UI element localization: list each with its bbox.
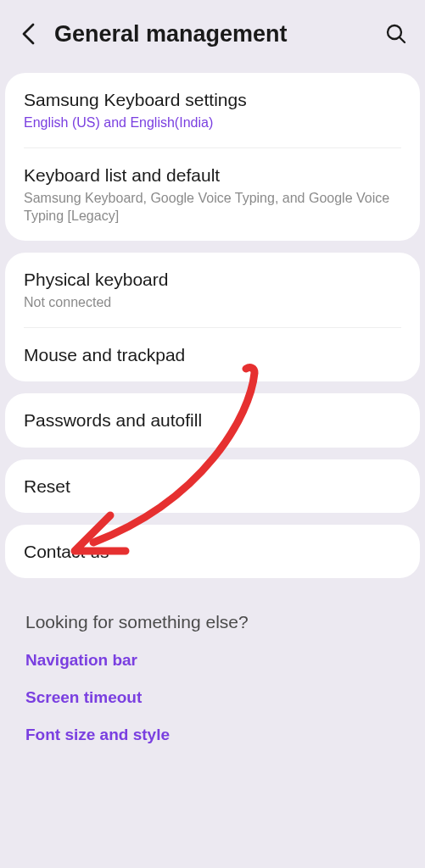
search-icon xyxy=(385,23,407,45)
settings-group-reset: Reset xyxy=(5,459,420,513)
link-navigation-bar[interactable]: Navigation bar xyxy=(25,651,400,670)
link-font-size-style[interactable]: Font size and style xyxy=(25,726,400,744)
settings-group-keyboard: Samsung Keyboard settings English (US) a… xyxy=(5,73,420,241)
item-subtitle: Samsung Keyboard, Google Voice Typing, a… xyxy=(24,190,401,225)
svg-line-1 xyxy=(400,37,405,42)
item-contact-us[interactable]: Contact us xyxy=(5,525,420,578)
item-title: Passwords and autofill xyxy=(24,409,401,431)
item-title: Reset xyxy=(24,475,401,498)
header: General management xyxy=(0,0,425,61)
settings-group-passwords: Passwords and autofill xyxy=(5,393,420,447)
item-subtitle: Not connected xyxy=(24,294,401,312)
item-subtitle: English (US) and English(India) xyxy=(24,114,401,132)
item-keyboard-list-default[interactable]: Keyboard list and default Samsung Keyboa… xyxy=(5,148,420,241)
settings-group-contact: Contact us xyxy=(5,525,420,578)
settings-group-input-devices: Physical keyboard Not connected Mouse an… xyxy=(5,253,420,381)
link-screen-timeout[interactable]: Screen timeout xyxy=(25,688,400,707)
item-title: Mouse and trackpad xyxy=(24,343,401,366)
item-title: Physical keyboard xyxy=(24,268,401,291)
back-button[interactable] xyxy=(15,20,42,47)
back-icon xyxy=(21,23,36,45)
item-mouse-trackpad[interactable]: Mouse and trackpad xyxy=(5,328,420,381)
item-title: Samsung Keyboard settings xyxy=(24,88,401,111)
search-button[interactable] xyxy=(383,20,410,47)
item-reset[interactable]: Reset xyxy=(5,459,420,513)
item-samsung-keyboard-settings[interactable]: Samsung Keyboard settings English (US) a… xyxy=(5,73,420,147)
item-physical-keyboard[interactable]: Physical keyboard Not connected xyxy=(5,253,420,327)
item-title: Keyboard list and default xyxy=(24,164,401,186)
item-passwords-autofill[interactable]: Passwords and autofill xyxy=(5,393,420,447)
footer-heading: Looking for something else? xyxy=(25,612,400,632)
footer-suggestions: Looking for something else? Navigation b… xyxy=(5,604,420,744)
item-title: Contact us xyxy=(24,540,401,563)
page-title: General management xyxy=(54,21,383,47)
